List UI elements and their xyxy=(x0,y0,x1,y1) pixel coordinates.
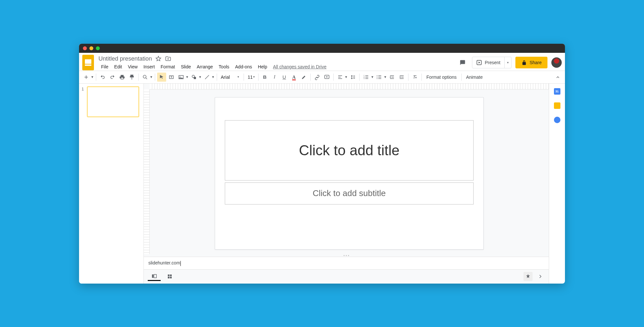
menu-help[interactable]: Help xyxy=(255,63,270,71)
panes-resize-handle[interactable]: • • • xyxy=(144,254,549,257)
calendar-addon-icon[interactable] xyxy=(554,88,560,95)
text-color-button[interactable]: A xyxy=(290,73,299,82)
bulleted-list-button[interactable] xyxy=(374,73,384,82)
title-placeholder[interactable]: Click to add title xyxy=(225,120,474,181)
bottom-bar xyxy=(144,269,549,284)
explore-button[interactable] xyxy=(523,272,533,281)
numbered-list-dropdown[interactable]: ▼ xyxy=(371,75,374,79)
undo-button[interactable] xyxy=(98,73,107,82)
bold-button[interactable]: B xyxy=(260,73,270,82)
present-dropdown[interactable]: ▼ xyxy=(504,57,511,68)
maximize-window[interactable] xyxy=(96,46,100,50)
app-window: Untitled presentation File Edit View Ins… xyxy=(79,44,565,284)
subtitle-placeholder[interactable]: Click to add subtitle xyxy=(225,182,474,204)
svg-point-12 xyxy=(377,76,377,77)
animate-button[interactable]: Animate xyxy=(464,75,485,80)
menu-format[interactable]: Format xyxy=(158,63,178,71)
vertical-ruler xyxy=(144,89,150,254)
align-button[interactable] xyxy=(336,73,345,82)
italic-button[interactable]: I xyxy=(270,73,279,82)
zoom-dropdown[interactable]: ▼ xyxy=(150,75,153,79)
svg-point-11 xyxy=(377,75,377,76)
slides-logo xyxy=(82,55,94,70)
collapse-toolbar-button[interactable] xyxy=(553,73,562,82)
filmstrip-view-button[interactable] xyxy=(148,272,161,281)
save-status[interactable]: All changes saved in Drive xyxy=(273,64,327,69)
toolbar: ▼ ▼ ▼ ▼ ▼ Arial▼ 11▼ B I U A ▼ 1 xyxy=(79,71,565,84)
new-slide-dropdown[interactable]: ▼ xyxy=(91,75,94,79)
svg-rect-15 xyxy=(154,274,156,278)
svg-rect-6 xyxy=(194,77,196,79)
grid-view-button[interactable] xyxy=(163,272,176,281)
menu-addons[interactable]: Add-ons xyxy=(233,63,255,71)
menu-tools[interactable]: Tools xyxy=(216,63,232,71)
slide-canvas[interactable]: Click to add title Click to add subtitle xyxy=(215,97,484,250)
notes-text: slidehunter.com xyxy=(148,260,180,265)
move-to-folder-icon[interactable] xyxy=(165,55,171,62)
insert-image-button[interactable] xyxy=(177,73,186,82)
select-tool[interactable] xyxy=(157,73,166,82)
subtitle-placeholder-text: Click to add subtitle xyxy=(313,188,385,198)
clear-formatting-button[interactable] xyxy=(410,73,420,82)
present-label: Present xyxy=(485,60,500,65)
menu-insert[interactable]: Insert xyxy=(141,63,157,71)
font-size-select[interactable]: 11▼ xyxy=(246,75,256,80)
canvas-area: Click to add title Click to add subtitle… xyxy=(144,84,549,284)
bulleted-list-dropdown[interactable]: ▼ xyxy=(384,75,387,79)
zoom-button[interactable] xyxy=(141,73,150,82)
lock-icon xyxy=(521,60,527,65)
document-title[interactable]: Untitled presentation xyxy=(98,55,152,62)
format-options-button[interactable]: Format options xyxy=(424,75,459,80)
title-placeholder-text: Click to add title xyxy=(299,142,400,158)
menu-slide[interactable]: Slide xyxy=(178,63,193,71)
menu-edit[interactable]: Edit xyxy=(112,63,125,71)
highlight-button[interactable] xyxy=(299,73,308,82)
minimize-window[interactable] xyxy=(89,46,93,50)
menu-view[interactable]: View xyxy=(125,63,140,71)
menu-file[interactable]: File xyxy=(98,63,111,71)
print-button[interactable] xyxy=(118,73,127,82)
paint-format-button[interactable] xyxy=(127,73,136,82)
tasks-addon-icon[interactable] xyxy=(554,117,560,123)
svg-rect-17 xyxy=(170,274,172,276)
svg-rect-18 xyxy=(168,277,169,278)
share-button[interactable]: Share xyxy=(515,57,547,68)
menu-arrange[interactable]: Arrange xyxy=(194,63,215,71)
speaker-notes[interactable]: slidehunter.com xyxy=(144,257,549,269)
share-label: Share xyxy=(530,60,542,65)
insert-link-button[interactable] xyxy=(313,73,322,82)
thumbnail-number: 1 xyxy=(82,87,86,117)
image-dropdown[interactable]: ▼ xyxy=(186,75,189,79)
align-dropdown[interactable]: ▼ xyxy=(345,75,348,79)
svg-text:3: 3 xyxy=(364,78,365,79)
underline-button[interactable]: U xyxy=(280,73,289,82)
line-tool[interactable] xyxy=(202,73,212,82)
slide-thumbnail-1[interactable] xyxy=(87,87,139,117)
present-button[interactable]: Present ▼ xyxy=(472,57,511,68)
comments-icon[interactable] xyxy=(457,57,468,68)
numbered-list-button[interactable]: 123 xyxy=(362,73,371,82)
horizontal-ruler xyxy=(150,84,549,89)
svg-point-13 xyxy=(377,78,377,79)
slide-stage[interactable]: Click to add title Click to add subtitle xyxy=(150,89,549,254)
redo-button[interactable] xyxy=(108,73,117,82)
account-avatar[interactable] xyxy=(551,57,562,68)
side-panel xyxy=(549,84,565,284)
svg-rect-19 xyxy=(170,277,172,278)
shape-dropdown[interactable]: ▼ xyxy=(199,75,202,79)
keep-addon-icon[interactable] xyxy=(554,102,560,109)
font-family-select[interactable]: Arial▼ xyxy=(219,75,242,80)
shape-tool[interactable] xyxy=(190,73,199,82)
add-comment-button[interactable] xyxy=(322,73,331,82)
textbox-tool[interactable] xyxy=(167,73,176,82)
line-dropdown[interactable]: ▼ xyxy=(212,75,215,79)
svg-rect-16 xyxy=(168,274,169,276)
line-spacing-button[interactable] xyxy=(348,73,357,82)
next-arrow[interactable] xyxy=(536,272,545,281)
new-slide-button[interactable] xyxy=(82,73,91,82)
indent-decrease-button[interactable] xyxy=(387,73,397,82)
close-window[interactable] xyxy=(83,46,87,50)
svg-rect-14 xyxy=(152,274,154,278)
star-icon[interactable] xyxy=(155,55,162,62)
indent-increase-button[interactable] xyxy=(397,73,406,82)
